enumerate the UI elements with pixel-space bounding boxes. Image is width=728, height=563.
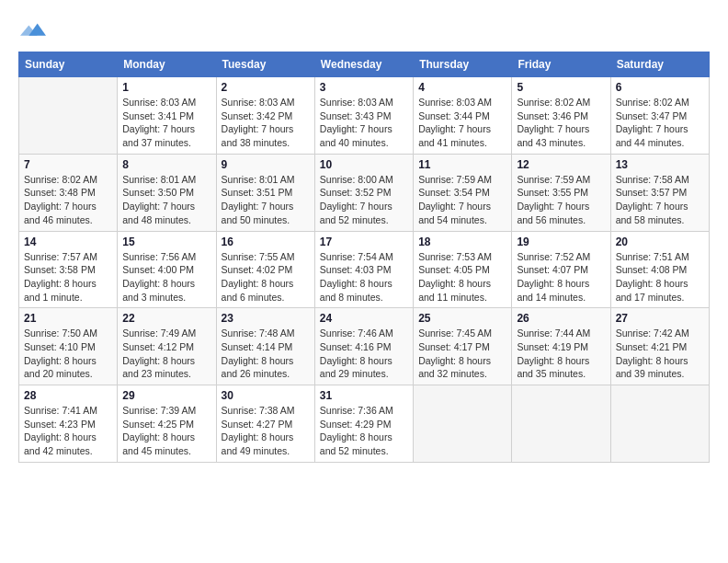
calendar-cell: 30Sunrise: 7:38 AMSunset: 4:27 PMDayligh… bbox=[216, 385, 314, 463]
calendar-cell: 3Sunrise: 8:03 AMSunset: 3:43 PMDaylight… bbox=[314, 77, 413, 155]
day-info: Sunrise: 7:58 AMSunset: 3:57 PMDaylight:… bbox=[616, 173, 704, 227]
calendar-cell: 11Sunrise: 7:59 AMSunset: 3:54 PMDayligh… bbox=[414, 154, 512, 231]
calendar-cell: 16Sunrise: 7:55 AMSunset: 4:02 PMDayligh… bbox=[216, 231, 314, 308]
calendar-cell: 26Sunrise: 7:44 AMSunset: 4:19 PMDayligh… bbox=[512, 308, 610, 385]
day-info: Sunrise: 7:53 AMSunset: 4:05 PMDaylight:… bbox=[418, 250, 506, 304]
day-number: 2 bbox=[222, 81, 310, 94]
day-info: Sunrise: 8:03 AMSunset: 3:41 PMDaylight:… bbox=[122, 96, 210, 150]
calendar-cell: 12Sunrise: 7:59 AMSunset: 3:55 PMDayligh… bbox=[512, 154, 610, 231]
day-header-wednesday: Wednesday bbox=[314, 52, 413, 77]
day-info: Sunrise: 7:39 AMSunset: 4:25 PMDaylight:… bbox=[122, 404, 210, 458]
day-info: Sunrise: 7:42 AMSunset: 4:21 PMDaylight:… bbox=[616, 327, 704, 381]
calendar-cell: 7Sunrise: 8:02 AMSunset: 3:48 PMDaylight… bbox=[19, 154, 118, 231]
day-info: Sunrise: 7:49 AMSunset: 4:12 PMDaylight:… bbox=[122, 327, 210, 381]
day-info: Sunrise: 8:02 AMSunset: 3:46 PMDaylight:… bbox=[517, 96, 605, 150]
day-number: 26 bbox=[517, 312, 605, 325]
day-number: 21 bbox=[24, 312, 112, 325]
day-number: 11 bbox=[418, 158, 506, 171]
day-number: 16 bbox=[222, 236, 310, 248]
day-info: Sunrise: 7:51 AMSunset: 4:08 PMDaylight:… bbox=[616, 250, 704, 304]
calendar-cell: 13Sunrise: 7:58 AMSunset: 3:57 PMDayligh… bbox=[610, 154, 709, 231]
day-number: 12 bbox=[517, 158, 605, 171]
day-info: Sunrise: 7:56 AMSunset: 4:00 PMDaylight:… bbox=[122, 250, 210, 304]
day-number: 7 bbox=[24, 158, 112, 171]
calendar-cell: 31Sunrise: 7:36 AMSunset: 4:29 PMDayligh… bbox=[314, 385, 413, 463]
day-info: Sunrise: 7:48 AMSunset: 4:14 PMDaylight:… bbox=[222, 327, 310, 381]
day-info: Sunrise: 8:02 AMSunset: 3:48 PMDaylight:… bbox=[24, 173, 112, 227]
calendar-cell bbox=[414, 385, 512, 463]
calendar-cell: 5Sunrise: 8:02 AMSunset: 3:46 PMDaylight… bbox=[512, 77, 610, 155]
day-header-tuesday: Tuesday bbox=[216, 52, 314, 77]
day-header-monday: Monday bbox=[118, 52, 216, 77]
day-number: 1 bbox=[122, 81, 210, 94]
days-header-row: SundayMondayTuesdayWednesdayThursdayFrid… bbox=[19, 52, 710, 77]
day-number: 9 bbox=[222, 158, 310, 171]
day-number: 30 bbox=[222, 389, 310, 402]
day-info: Sunrise: 7:36 AMSunset: 4:29 PMDaylight:… bbox=[320, 404, 408, 458]
calendar-cell: 19Sunrise: 7:52 AMSunset: 4:07 PMDayligh… bbox=[512, 231, 610, 308]
day-number: 19 bbox=[517, 236, 605, 248]
day-info: Sunrise: 7:59 AMSunset: 3:54 PMDaylight:… bbox=[418, 173, 506, 227]
day-number: 4 bbox=[418, 81, 506, 94]
week-row-1: 1Sunrise: 8:03 AMSunset: 3:41 PMDaylight… bbox=[19, 77, 710, 155]
day-info: Sunrise: 7:55 AMSunset: 4:02 PMDaylight:… bbox=[222, 250, 310, 304]
day-number: 3 bbox=[320, 81, 408, 94]
calendar-cell: 27Sunrise: 7:42 AMSunset: 4:21 PMDayligh… bbox=[610, 308, 709, 385]
calendar-cell bbox=[19, 77, 118, 155]
week-row-5: 28Sunrise: 7:41 AMSunset: 4:23 PMDayligh… bbox=[19, 385, 710, 463]
day-info: Sunrise: 8:03 AMSunset: 3:44 PMDaylight:… bbox=[418, 96, 506, 150]
day-number: 18 bbox=[418, 236, 506, 248]
week-row-2: 7Sunrise: 8:02 AMSunset: 3:48 PMDaylight… bbox=[19, 154, 710, 231]
day-number: 8 bbox=[122, 158, 210, 171]
calendar-cell: 24Sunrise: 7:46 AMSunset: 4:16 PMDayligh… bbox=[314, 308, 413, 385]
day-info: Sunrise: 7:46 AMSunset: 4:16 PMDaylight:… bbox=[320, 327, 408, 381]
day-info: Sunrise: 7:41 AMSunset: 4:23 PMDaylight:… bbox=[24, 404, 112, 458]
day-info: Sunrise: 8:01 AMSunset: 3:51 PMDaylight:… bbox=[222, 173, 310, 227]
calendar-cell: 23Sunrise: 7:48 AMSunset: 4:14 PMDayligh… bbox=[216, 308, 314, 385]
week-row-3: 14Sunrise: 7:57 AMSunset: 3:58 PMDayligh… bbox=[19, 231, 710, 308]
day-number: 14 bbox=[24, 236, 112, 248]
day-number: 15 bbox=[122, 236, 210, 248]
calendar-cell: 20Sunrise: 7:51 AMSunset: 4:08 PMDayligh… bbox=[610, 231, 709, 308]
day-info: Sunrise: 7:50 AMSunset: 4:10 PMDaylight:… bbox=[24, 327, 112, 381]
calendar-cell: 1Sunrise: 8:03 AMSunset: 3:41 PMDaylight… bbox=[118, 77, 216, 155]
calendar-cell bbox=[610, 385, 709, 463]
day-header-friday: Friday bbox=[512, 52, 610, 77]
calendar-cell: 29Sunrise: 7:39 AMSunset: 4:25 PMDayligh… bbox=[118, 385, 216, 463]
logo bbox=[18, 18, 46, 44]
calendar-cell: 15Sunrise: 7:56 AMSunset: 4:00 PMDayligh… bbox=[118, 231, 216, 308]
calendar-cell: 14Sunrise: 7:57 AMSunset: 3:58 PMDayligh… bbox=[19, 231, 118, 308]
day-number: 25 bbox=[418, 312, 506, 325]
day-header-thursday: Thursday bbox=[414, 52, 512, 77]
day-number: 23 bbox=[222, 312, 310, 325]
calendar-cell: 8Sunrise: 8:01 AMSunset: 3:50 PMDaylight… bbox=[118, 154, 216, 231]
day-info: Sunrise: 7:44 AMSunset: 4:19 PMDaylight:… bbox=[517, 327, 605, 381]
day-number: 22 bbox=[122, 312, 210, 325]
day-info: Sunrise: 8:01 AMSunset: 3:50 PMDaylight:… bbox=[122, 173, 210, 227]
day-number: 29 bbox=[122, 389, 210, 402]
day-number: 17 bbox=[320, 236, 408, 248]
calendar-cell: 21Sunrise: 7:50 AMSunset: 4:10 PMDayligh… bbox=[19, 308, 118, 385]
day-number: 31 bbox=[320, 389, 408, 402]
logo-icon bbox=[20, 18, 46, 44]
day-info: Sunrise: 7:57 AMSunset: 3:58 PMDaylight:… bbox=[24, 250, 112, 304]
calendar-table: SundayMondayTuesdayWednesdayThursdayFrid… bbox=[18, 52, 710, 463]
day-number: 20 bbox=[616, 236, 704, 248]
day-header-sunday: Sunday bbox=[19, 52, 118, 77]
calendar-cell: 2Sunrise: 8:03 AMSunset: 3:42 PMDaylight… bbox=[216, 77, 314, 155]
calendar-cell: 9Sunrise: 8:01 AMSunset: 3:51 PMDaylight… bbox=[216, 154, 314, 231]
day-info: Sunrise: 7:45 AMSunset: 4:17 PMDaylight:… bbox=[418, 327, 506, 381]
day-info: Sunrise: 8:03 AMSunset: 3:42 PMDaylight:… bbox=[222, 96, 310, 150]
calendar-cell: 22Sunrise: 7:49 AMSunset: 4:12 PMDayligh… bbox=[118, 308, 216, 385]
day-info: Sunrise: 8:02 AMSunset: 3:47 PMDaylight:… bbox=[616, 96, 704, 150]
day-info: Sunrise: 7:59 AMSunset: 3:55 PMDaylight:… bbox=[517, 173, 605, 227]
day-number: 13 bbox=[616, 158, 704, 171]
day-info: Sunrise: 7:38 AMSunset: 4:27 PMDaylight:… bbox=[222, 404, 310, 458]
calendar-cell: 10Sunrise: 8:00 AMSunset: 3:52 PMDayligh… bbox=[314, 154, 413, 231]
calendar-cell: 6Sunrise: 8:02 AMSunset: 3:47 PMDaylight… bbox=[610, 77, 709, 155]
day-number: 5 bbox=[517, 81, 605, 94]
calendar-cell: 18Sunrise: 7:53 AMSunset: 4:05 PMDayligh… bbox=[414, 231, 512, 308]
calendar-cell bbox=[512, 385, 610, 463]
calendar-cell: 28Sunrise: 7:41 AMSunset: 4:23 PMDayligh… bbox=[19, 385, 118, 463]
week-row-4: 21Sunrise: 7:50 AMSunset: 4:10 PMDayligh… bbox=[19, 308, 710, 385]
